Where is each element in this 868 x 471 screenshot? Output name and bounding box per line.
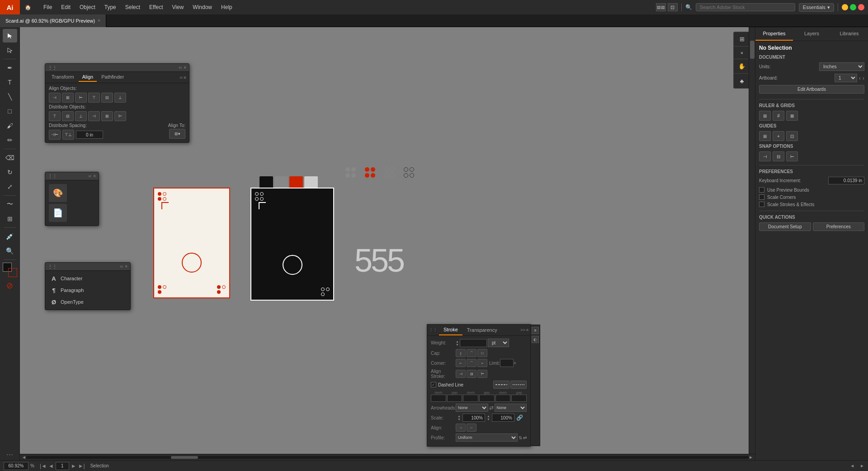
home-btn[interactable]: 🏠 [20,0,36,14]
paintbrush-tool-btn[interactable]: 🖌 [3,119,17,132]
eyedropper-tool-btn[interactable]: 💉 [3,230,17,243]
rotate-tool-btn[interactable]: ↻ [3,165,17,179]
scale2-down-btn[interactable]: ▼ [487,418,490,421]
scale1-down-btn[interactable]: ▼ [458,418,461,421]
guide-icon-3[interactable]: ⊡ [786,131,798,141]
grid-icon-btn[interactable]: # [773,111,784,121]
weight-down-btn[interactable]: ▼ [456,343,459,346]
scale2-up-btn[interactable]: ▲ [487,414,490,418]
document-tab[interactable]: Scard.ai @ 60.92% (RGB/GPU Preview) × [0,14,106,27]
cap-round-btn[interactable]: ⌒ [467,349,476,357]
align-outside-btn[interactable]: ⊢ [477,370,487,378]
align-left-btn[interactable]: ⊣ [49,93,61,103]
dash-input-3[interactable] [495,395,511,402]
tab-transform[interactable]: Transform [48,73,78,82]
profile-flip-btn[interactable]: ⇅ [519,435,522,440]
limit-close-btn[interactable]: × [514,361,516,366]
weight-unit-select[interactable]: ptpxmm [488,339,509,347]
menu-window[interactable]: Window [189,2,216,12]
arrowhead-end-select[interactable]: None [495,404,527,412]
guide-icon-2[interactable]: + [773,131,784,141]
edit-artboards-btn[interactable]: Edit Artboards [759,85,864,94]
canvas-ctrl-hand[interactable]: ✋ [734,59,750,74]
eraser-tool-btn[interactable]: ⌫ [3,151,17,165]
scale-input-1[interactable]: 100% [462,414,485,422]
scale-input-2[interactable]: 100% [492,414,514,422]
scale-corners-checkbox[interactable] [759,194,764,200]
dist-left-btn[interactable]: ⊣ [88,111,100,121]
char-item-opentype[interactable]: Ø OpenType [47,296,128,308]
align-to-btn[interactable]: ⊞▾ [169,129,185,139]
v-scroll-thumb[interactable] [750,41,755,59]
pen-tool-btn[interactable]: ✒ [3,61,17,75]
shape-tool-btn[interactable]: □ [3,104,17,118]
layout-btn[interactable]: ▤▤ [656,3,666,11]
gap-input-3[interactable] [511,395,527,402]
minimize-btn[interactable] [842,4,848,10]
align-right-btn[interactable]: ⊢ [75,93,87,103]
page-last-btn[interactable]: ►| [78,463,85,469]
snap-icon-1[interactable]: ⊣ [759,151,771,161]
panel-expand-left-btn[interactable]: ‹‹ [179,75,183,80]
stroke-panel-grip[interactable]: ⋮⋮ [429,328,437,332]
stroke-tab-stroke[interactable]: Stroke [439,325,462,335]
document-setup-btn[interactable]: Document Setup [759,222,811,231]
menu-view[interactable]: View [169,2,188,12]
rp-tab-libraries[interactable]: Libraries [830,27,868,41]
search-icon[interactable]: 🔍 [685,4,692,10]
char-item-character[interactable]: A Character [47,273,128,284]
v-scrollbar[interactable] [749,27,755,454]
snap-icon-3[interactable]: ⊢ [786,151,798,161]
menu-select[interactable]: Select [122,2,144,12]
tab-pathfinder[interactable]: Pathfinder [98,73,127,82]
dist-bottom-btn[interactable]: ⊥ [75,111,87,121]
perspective-grid-btn[interactable]: ⊠ [786,111,798,121]
dashed-pattern-2[interactable] [510,381,527,389]
rp-tab-properties[interactable]: Properties [755,27,793,41]
align-center-btn[interactable]: ⊟ [467,370,476,378]
panel-menu-btn[interactable]: ≡ [184,75,186,80]
limit-input[interactable] [500,359,514,367]
weight-up-btn[interactable]: ▲ [456,340,459,343]
search-stock-input[interactable] [700,5,791,10]
essentials-btn[interactable]: Essentials ▾ [799,3,834,12]
preview-bounds-checkbox[interactable] [759,187,764,193]
menu-file[interactable]: File [40,2,56,12]
pencil-tool-btn[interactable]: ✏ [3,133,17,147]
menu-effect[interactable]: Effect [146,2,166,12]
select-tool-btn[interactable] [3,29,17,42]
h-scroll-thumb[interactable] [171,456,198,459]
stroke-scroll-btn-1[interactable]: ≡ [532,327,539,334]
dash-input-1[interactable] [431,395,446,402]
dist-space-v-btn[interactable]: ⊤⊥ [62,130,74,140]
menu-edit[interactable]: Edit [57,2,74,12]
keyboard-increment-input[interactable]: 0.0139 in [828,177,864,184]
canvas-ctrl-club[interactable]: ♣ [734,74,750,88]
scale-link-btn[interactable]: 🔗 [516,414,523,421]
tab-align[interactable]: Align [79,73,97,82]
artboard-prev-btn[interactable]: ‹ [859,75,861,81]
canvas-arrow-left[interactable]: ◄ [850,463,854,468]
stroke-panel-expand[interactable]: >> [520,328,525,332]
brush-icon-1[interactable]: 🎨 [49,184,67,202]
dist-right-btn[interactable]: ⊢ [114,111,126,121]
stroke-panel-menu[interactable]: ≡ [526,328,528,332]
brush-panel-close[interactable]: × [93,174,96,179]
cap-butt-btn[interactable]: | [456,349,466,357]
zoom-input[interactable]: 60.92% [4,462,28,470]
scale-strokes-checkbox[interactable] [759,202,764,207]
canvas-ctrl-close[interactable]: × [734,47,750,59]
warp-tool-btn[interactable]: 〜 [3,198,17,211]
align-left-arrow[interactable]: → [456,424,466,432]
snap-icon-2[interactable]: ⊟ [773,151,784,161]
tab-close-btn[interactable]: × [98,18,100,23]
dashed-pattern-1[interactable] [493,381,509,389]
dash-input-2[interactable] [463,395,478,402]
gap-input-2[interactable] [479,395,495,402]
h-scroll-left[interactable]: ◄ [22,455,26,460]
none-indicator[interactable]: ⊘ [3,279,17,292]
corner-bevel-btn[interactable]: ⌐ [477,359,487,367]
align-inside-btn[interactable]: ⊣ [456,370,466,378]
align-center-v-btn[interactable]: ⊟ [101,93,113,103]
dist-top-btn[interactable]: ⊤ [49,111,61,121]
